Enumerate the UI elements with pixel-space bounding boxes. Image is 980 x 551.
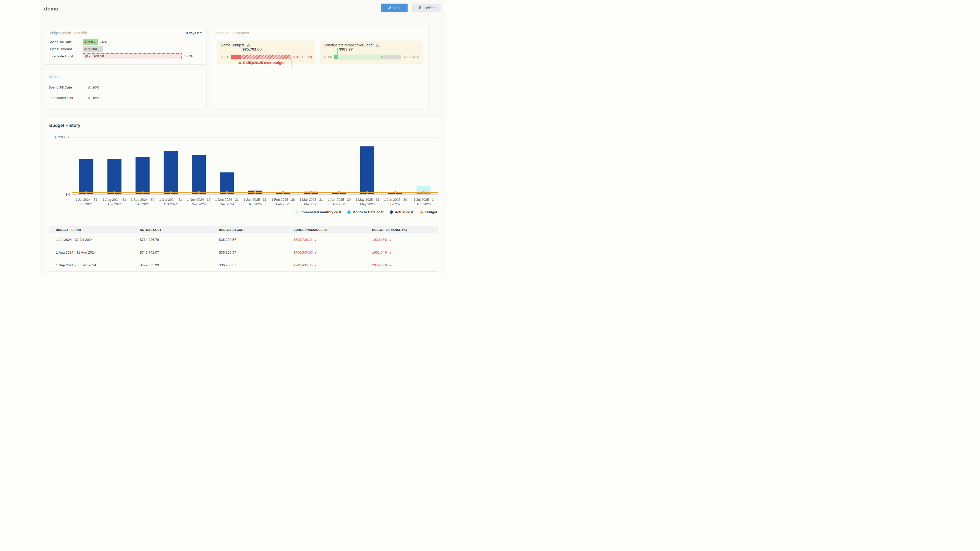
actual-cost-bar <box>360 146 374 194</box>
budget-tile-name[interactable]: DonotDeletePerspectiveBudget <box>324 43 420 47</box>
actual-cost-bar <box>135 157 150 194</box>
up-arrow-icon: ▲ <box>390 264 392 267</box>
budget-period-row: Forecasted cost$175,908.50486% <box>48 52 202 60</box>
cell-budgeted-cost: $36,200.57 <box>212 251 287 254</box>
x-axis-tick-label: 1 Jul 2025 - 1 Aug 2025 <box>410 197 438 206</box>
warning-icon <box>238 61 242 65</box>
budget-period-card: Budget Period - monthly 10 days left Spe… <box>44 27 207 65</box>
x-axis-tick-label: 1 Apr 2025 - 30 Apr 2025 <box>325 197 353 206</box>
spend-marker-value: $983.77 <box>339 47 353 51</box>
table-body: 1 Jul 2024 - 31 Jul 2024$734,926.78$36,2… <box>49 233 438 272</box>
x-axis-tick-label: 1 May 2025 - 31 May 2025 <box>353 197 382 206</box>
legend-item-label: Actual cost <box>395 210 414 214</box>
budget-period-value-chip: $26,6... <box>83 39 98 44</box>
actual-cost-bar <box>107 159 121 194</box>
table-row: 1 Jul 2024 - 31 Jul 2024$734,926.78$36,2… <box>49 233 438 246</box>
legend-budget-diamond <box>420 211 423 213</box>
perspective-icon <box>247 43 250 47</box>
legend-item-label: Budget <box>425 210 438 214</box>
budget-period-row-label: Forecasted cost <box>48 54 83 58</box>
over-budget-label: $145,626.25 over budget <box>231 61 291 65</box>
budget-line-point <box>254 191 256 194</box>
cell-budgeted-cost: $36,200.57 <box>212 238 287 241</box>
budget-period-percent: 486% <box>184 54 192 58</box>
cell-budget-period: 1 Aug 2024 - 31 Aug 2024 <box>49 251 133 254</box>
cell-budget-variance-usd: $706,540.50▲ <box>287 251 366 254</box>
actual-cost-bar <box>80 159 94 194</box>
budget-line-point <box>282 191 284 194</box>
gridline-top <box>72 137 438 138</box>
axis-baseline <box>72 194 438 195</box>
budget-tile-max-label: $161,192.50 <box>293 55 312 59</box>
budget-tile-bar: $145,626.25 over budget$25,701.65 <box>231 55 291 59</box>
legend-swatch <box>295 210 299 214</box>
budget-tiles: Demo-Budgets$0.00$145,626.25 over budget… <box>217 41 428 64</box>
table-header-cell: ACTUAL COST <box>133 228 212 231</box>
budget-period-value-chip: $36,200.... <box>83 46 103 52</box>
alert-threshold: 20% <box>92 86 99 89</box>
x-axis-tick-label: 1 Jan 2025 - 31 Jan 2025 <box>241 197 269 206</box>
cell-budget-period: 1 Sep 2024 - 30 Sep 2024 <box>49 263 133 267</box>
legend-item[interactable]: Forecasted monthly cost <box>295 210 341 214</box>
forecast-segment <box>337 55 382 59</box>
budget-history-card: Budget History $ 1200000 $ 0 1 Jul 2024 … <box>44 117 444 275</box>
budget-tile[interactable]: DonotDeletePerspectiveBudget$0.00$983.77… <box>320 41 423 64</box>
budget-history-table: BUDGET PERIODACTUAL COSTBUDGETED COSTBUD… <box>49 226 438 272</box>
cell-budget-variance-pct: 1951.74%▲ <box>366 251 438 254</box>
alert-row-value: 15% <box>88 96 99 100</box>
budget-tile-min-label: $0.00 <box>221 55 229 59</box>
alerts-card-title: Alerts at <box>48 75 202 79</box>
up-arrow-icon: ▲ <box>390 251 392 254</box>
cell-budget-variance-pct: 2053.66%▲ <box>366 263 438 267</box>
over-budget-segment <box>241 55 291 59</box>
legend-item[interactable]: Actual cost <box>390 210 414 214</box>
delete-button[interactable]: Delete <box>412 3 441 12</box>
budget-line-point <box>113 191 116 194</box>
alerts-rows: Spend Till Date20%Forecasted cost15% <box>48 86 202 100</box>
x-axis-tick-label: 1 Sep 2024 - 30 Sep 2024 <box>128 197 156 206</box>
x-axis-tick-label: 1 Mar 2025 - 31 Mar 2025 <box>297 197 325 206</box>
up-arrow-icon: ▲ <box>390 239 392 241</box>
remaining-segment <box>382 55 401 59</box>
chart-legend: Forecasted monthly costMonth to Date cos… <box>295 210 437 214</box>
x-axis-tick-label: 1 Nov 2024 - 30 Nov 2024 <box>185 197 213 206</box>
over-budget-text: $145,626.25 over budget <box>243 61 285 65</box>
budget-tile-name-label: Demo-Budgets <box>221 43 245 47</box>
actual-cost-bar <box>164 151 178 194</box>
budget-period-row-label: Spend Till Date <box>48 40 83 44</box>
cell-budgeted-cost: $36,200.57 <box>212 263 287 267</box>
alert-row: Forecasted cost15% <box>48 96 202 100</box>
chart-plot-area <box>72 137 438 195</box>
edit-button-label: Edit <box>394 6 400 10</box>
spent-segment <box>334 55 337 59</box>
table-header-cell: BUDGET VARIANCE ($) <box>287 228 366 231</box>
legend-budget-swatch <box>420 210 424 214</box>
budget-tile-bar: $983.77 <box>334 55 401 59</box>
budget-tile-bar-row: $0.00$983.77$20,634.32 <box>324 55 420 59</box>
budget-line-point <box>85 191 88 194</box>
legend-item[interactable]: Budget <box>420 210 438 214</box>
trash-icon <box>418 6 422 10</box>
budget-period-rows: Spend Till Date$26,6...74%Budget amount$… <box>48 38 202 60</box>
bell-icon <box>88 96 91 100</box>
legend-item[interactable]: Month to Date cost <box>347 210 383 214</box>
alert-row-label: Forecasted cost <box>48 96 88 100</box>
x-axis-tick-label: 1 Dec 2024 - 31 Dec 2024 <box>213 197 241 206</box>
table-header-cell: BUDGET VARIANCE (%) <box>366 228 438 231</box>
up-arrow-icon: ▲ <box>314 239 317 241</box>
budget-tile[interactable]: Demo-Budgets$0.00$145,626.25 over budget… <box>217 41 315 64</box>
alert-row-label: Spend Till Date <box>48 86 88 89</box>
edit-button[interactable]: Edit <box>381 3 407 12</box>
table-header-cell: BUDGETED COST <box>212 228 287 231</box>
budget-tile-max-label: $20,634.32 <box>403 55 420 59</box>
alert-row-value: 20% <box>88 86 99 89</box>
budget-period-card-title: Budget Period - monthly <box>48 31 87 35</box>
pencil-icon <box>388 6 392 10</box>
page-header: demo Edit Delete <box>40 0 445 18</box>
budget-tile-name[interactable]: Demo-Budgets <box>221 43 312 47</box>
legend-swatch <box>390 210 393 214</box>
group-contents-card: demo group contents Demo-Budgets$0.00$14… <box>211 27 428 108</box>
cell-budget-period: 1 Jul 2024 - 31 Jul 2024 <box>49 238 133 241</box>
budget-period-value-chip: $175,908.50 <box>83 53 182 59</box>
x-axis-tick-label: 1 Oct 2024 - 31 Oct 2024 <box>156 197 185 206</box>
